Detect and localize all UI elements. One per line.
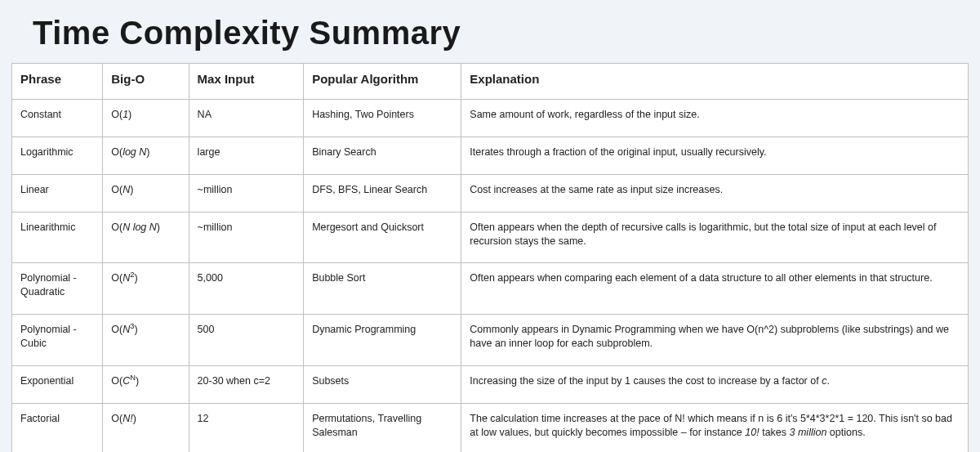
table-row: LogarithmicO(log N)largeBinary SearchIte… <box>12 136 969 174</box>
cell-bigo: O(N2) <box>103 263 189 315</box>
cell-phrase: Logarithmic <box>12 136 103 174</box>
cell-explanation: Often appears when comparing each elemen… <box>461 263 969 315</box>
cell-max-input: ~million <box>189 212 304 263</box>
cell-max-input: large <box>189 136 304 174</box>
cell-explanation: The calculation time increases at the pa… <box>461 403 969 452</box>
cell-explanation: Same amount of work, regardless of the i… <box>461 100 969 137</box>
header: Time Complexity Summary <box>0 0 980 63</box>
header-phrase: Phrase <box>12 64 103 100</box>
cell-algorithm: Subsets <box>304 365 461 403</box>
cell-max-input: 500 <box>189 315 304 366</box>
cell-bigo: O(1) <box>103 100 189 137</box>
cell-explanation: Often appears when the depth of recursiv… <box>461 212 969 263</box>
cell-max-input: 12 <box>189 403 304 452</box>
page-title: Time Complexity Summary <box>33 15 947 51</box>
cell-explanation: Increasing the size of the input by 1 ca… <box>461 365 969 403</box>
cell-phrase: Polynomial - Cubic <box>12 315 103 366</box>
cell-phrase: Linear <box>12 174 103 212</box>
table-row: Polynomial - QuadraticO(N2)5,000Bubble S… <box>12 263 969 315</box>
table-row: LinearO(N)~millionDFS, BFS, Linear Searc… <box>12 174 969 212</box>
header-bigo: Big-O <box>103 64 189 100</box>
cell-algorithm: Bubble Sort <box>304 263 461 315</box>
cell-phrase: Exponential <box>12 365 103 403</box>
cell-algorithm: Dynamic Programming <box>304 315 461 366</box>
table-row: Polynomial - CubicO(N3)500Dynamic Progra… <box>12 315 969 366</box>
table-row: FactorialO(N!)12Permutations, Travelling… <box>12 403 969 452</box>
cell-algorithm: DFS, BFS, Linear Search <box>304 174 461 212</box>
cell-algorithm: Mergesort and Quicksort <box>304 212 461 263</box>
cell-phrase: Polynomial - Quadratic <box>12 263 103 315</box>
table-container: Phrase Big-O Max Input Popular Algorithm… <box>0 63 980 452</box>
cell-bigo: O(N!) <box>103 403 189 452</box>
cell-bigo: O(N log N) <box>103 212 189 263</box>
cell-bigo: O(N3) <box>103 315 189 366</box>
cell-max-input: NA <box>189 100 304 137</box>
table-row: ExponentialO(CN)20-30 when c=2SubsetsInc… <box>12 365 969 403</box>
cell-algorithm: Binary Search <box>304 136 461 174</box>
header-max-input: Max Input <box>189 64 304 100</box>
cell-bigo: O(N) <box>103 174 189 212</box>
table-row: LinearithmicO(N log N)~millionMergesort … <box>12 212 969 263</box>
cell-phrase: Factorial <box>12 403 103 452</box>
table-header-row: Phrase Big-O Max Input Popular Algorithm… <box>12 64 969 100</box>
cell-explanation: Commonly appears in Dynamic Programming … <box>461 315 969 366</box>
cell-phrase: Linearithmic <box>12 212 103 263</box>
cell-bigo: O(CN) <box>103 365 189 403</box>
cell-algorithm: Permutations, Travelling Salesman <box>304 403 461 452</box>
header-algorithm: Popular Algorithm <box>304 64 461 100</box>
cell-max-input: ~million <box>189 174 304 212</box>
cell-max-input: 20-30 when c=2 <box>189 365 304 403</box>
cell-bigo: O(log N) <box>103 136 189 174</box>
cell-algorithm: Hashing, Two Pointers <box>304 100 461 137</box>
cell-explanation: Cost increases at the same rate as input… <box>461 174 969 212</box>
cell-max-input: 5,000 <box>189 263 304 315</box>
header-explanation: Explanation <box>461 64 969 100</box>
cell-phrase: Constant <box>12 100 103 137</box>
table-row: ConstantO(1)NAHashing, Two PointersSame … <box>12 100 969 137</box>
cell-explanation: Iterates through a fraction of the origi… <box>461 136 969 174</box>
complexity-table: Phrase Big-O Max Input Popular Algorithm… <box>11 63 969 452</box>
